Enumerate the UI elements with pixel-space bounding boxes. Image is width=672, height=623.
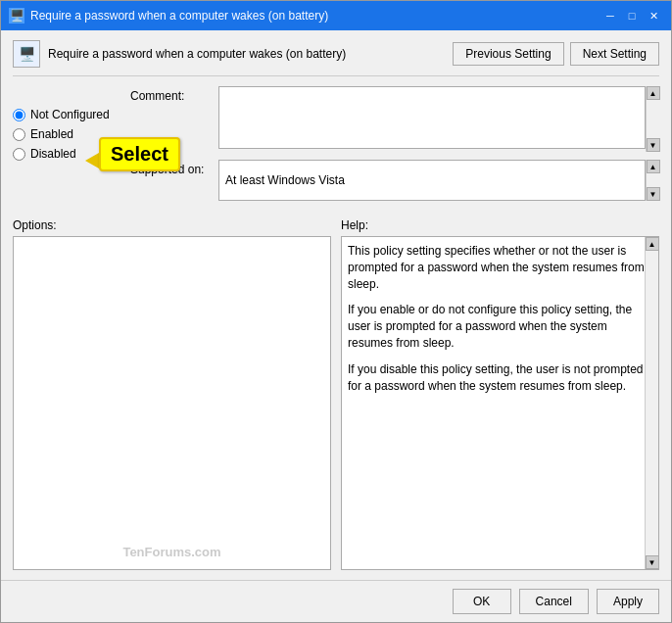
options-label: Options: — [13, 218, 331, 232]
supported-container: At least Windows Vista ▲ ▼ — [218, 160, 659, 201]
enabled-option[interactable]: Enabled — [13, 127, 130, 141]
help-text-2: If you enable or do not configure this p… — [348, 302, 652, 351]
next-setting-button[interactable]: Next Setting — [570, 42, 659, 66]
supported-label: Supported on: — [130, 160, 218, 176]
supported-scrollbar: ▲ ▼ — [646, 160, 659, 201]
disabled-option[interactable]: Disabled — [13, 147, 130, 161]
ok-button[interactable]: OK — [453, 589, 511, 614]
header-icon: 🖥️ — [13, 40, 40, 68]
help-scrollbar: ▲ ▼ — [645, 237, 658, 569]
header-title: Require a password when a computer wakes… — [48, 47, 453, 61]
options-panel: Options: TenForums.com — [13, 218, 331, 570]
radio-group: Not Configured Enabled Disabled — [13, 86, 130, 211]
close-button[interactable]: ✕ — [644, 7, 663, 24]
minimize-button[interactable]: ─ — [600, 7, 620, 24]
prev-setting-button[interactable]: Previous Setting — [453, 42, 563, 66]
header-bar: 🖥️ Require a password when a computer wa… — [13, 40, 659, 76]
content-area: 🖥️ Require a password when a computer wa… — [1, 30, 671, 580]
not-configured-option[interactable]: Not Configured — [13, 108, 130, 121]
window-icon: 🖥️ — [9, 8, 24, 24]
help-label: Help: — [341, 218, 659, 232]
help-content: This policy setting specifies whether or… — [341, 236, 659, 570]
options-content: TenForums.com — [13, 236, 331, 570]
apply-button[interactable]: Apply — [597, 589, 659, 614]
window-controls: ─ □ ✕ — [600, 7, 663, 24]
not-configured-label: Not Configured — [30, 108, 110, 121]
help-text-1: This policy setting specifies whether or… — [348, 243, 652, 292]
header-buttons: Previous Setting Next Setting — [453, 42, 659, 66]
help-scrollbar-down[interactable]: ▼ — [646, 555, 659, 569]
comment-textarea[interactable] — [218, 86, 646, 149]
maximize-button[interactable]: □ — [622, 7, 642, 24]
settings-row: Not Configured Enabled Disabled Select — [13, 86, 659, 211]
help-panel: Help: This policy setting specifies whet… — [341, 218, 659, 570]
comment-row: Comment: ▲ ▼ — [130, 86, 659, 152]
enabled-radio[interactable] — [13, 128, 25, 141]
right-section: Comment: ▲ ▼ Supported on: At least — [130, 86, 659, 211]
supported-row: Supported on: At least Windows Vista ▲ ▼ — [130, 160, 659, 201]
scrollbar-up-arrow[interactable]: ▲ — [647, 86, 660, 100]
cancel-button[interactable]: Cancel — [519, 589, 589, 614]
scrollbar-down-arrow[interactable]: ▼ — [647, 138, 660, 152]
watermark: TenForums.com — [122, 545, 220, 559]
enabled-label: Enabled — [30, 127, 73, 141]
supported-scrollbar-up[interactable]: ▲ — [647, 160, 660, 173]
title-bar: 🖥️ Require a password when a computer wa… — [1, 1, 671, 30]
disabled-label: Disabled — [30, 147, 76, 161]
supported-value: At least Windows Vista — [218, 160, 646, 201]
comment-label: Comment: — [130, 86, 218, 103]
disabled-radio[interactable] — [13, 148, 25, 161]
footer: OK Cancel Apply — [1, 580, 671, 622]
comment-container: ▲ ▼ — [218, 86, 659, 152]
main-window: 🖥️ Require a password when a computer wa… — [0, 0, 672, 623]
comment-scrollbar: ▲ ▼ — [646, 86, 659, 152]
help-scrollbar-up[interactable]: ▲ — [646, 237, 659, 251]
options-help-section: Options: TenForums.com Help: This policy… — [13, 218, 659, 570]
help-text-3: If you disable this policy setting, the … — [348, 361, 652, 395]
supported-scrollbar-down[interactable]: ▼ — [647, 187, 660, 201]
window-title: Require a password when a computer wakes… — [30, 9, 600, 23]
not-configured-radio[interactable] — [13, 109, 25, 121]
